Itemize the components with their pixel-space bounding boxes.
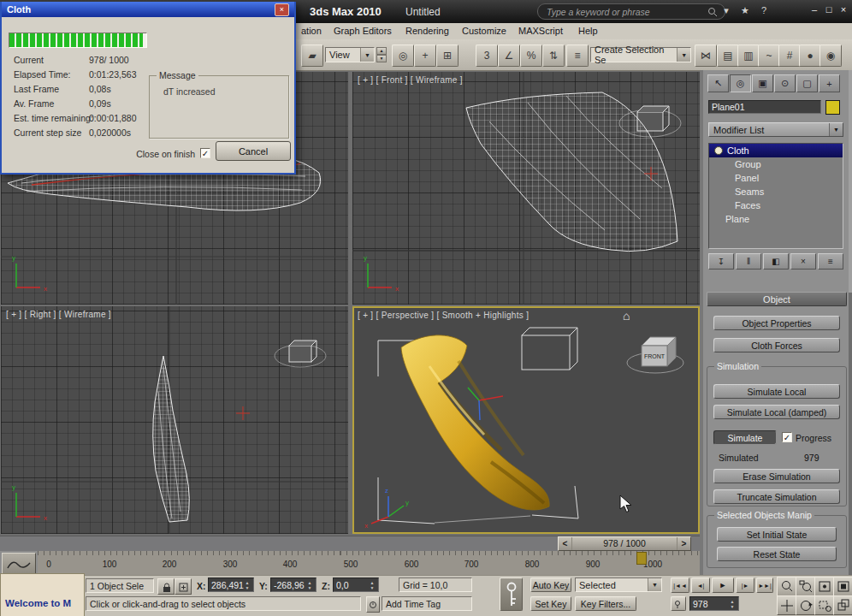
percent-snap-icon[interactable]: % [520,44,542,67]
search-input[interactable] [545,6,707,18]
stack-item-plane[interactable]: Plane [709,212,843,226]
menu-customize[interactable]: Customize [462,26,506,36]
make-unique-button[interactable]: ◧ [763,253,789,270]
zoom-extents-button[interactable] [814,577,834,596]
add-time-tag-field[interactable]: Add Time Tag [382,596,472,611]
key-mode-toggle[interactable] [671,596,686,611]
tab-display[interactable]: ▢ [796,74,818,92]
search-dropdown-icon[interactable]: ▾ [719,5,734,16]
render-setup-icon[interactable]: ◉ [819,44,842,67]
tab-create[interactable]: ↖ [707,74,729,92]
object-color-swatch[interactable] [825,100,840,115]
search-icon[interactable] [707,7,718,17]
play-button[interactable]: ► [712,578,734,593]
coordinate-spinner[interactable]: ▲ ▼ [376,47,387,62]
chevron-down-icon[interactable]: ▼ [829,123,843,136]
set-keys-button[interactable] [500,578,523,611]
auto-key-button[interactable]: Auto Key [530,578,571,592]
x-coordinate-field[interactable]: 286,491 ▲▼ [208,578,254,592]
material-editor-icon[interactable]: ● [799,44,821,67]
select-and-scale-icon[interactable]: ▰ [301,44,323,67]
progress-checkbox[interactable]: ✓ [782,432,792,442]
stack-item-faces[interactable]: Faces [709,198,843,212]
modifier-list-dropdown[interactable]: Modifier List ▼ [708,122,843,137]
next-frame-arrow[interactable]: > [677,537,690,550]
tab-modify[interactable]: ◎ [730,74,751,92]
align-icon[interactable]: ▤ [717,44,739,67]
track-bar[interactable]: 0 100 200 300 400 500 600 700 800 900 10… [0,551,700,576]
close-on-finish-checkbox[interactable]: ✓ [200,148,210,158]
configure-modifier-sets-button[interactable]: ≡ [818,253,843,270]
tab-utilities[interactable]: + [819,74,840,92]
mini-curve-editor-button[interactable] [2,553,36,574]
previous-frame-button[interactable]: ◄| [691,578,710,593]
previous-frame-arrow[interactable]: < [559,537,572,550]
spinner-down-icon[interactable]: ▼ [376,55,387,62]
next-frame-button[interactable]: |► [736,578,754,593]
chevron-down-icon[interactable]: ▼ [648,578,661,591]
keyboard-override-icon[interactable]: ⊞ [436,44,459,67]
menu-graph-editors[interactable]: Graph Editors [334,26,392,36]
curve-editor-icon[interactable]: ~ [758,44,780,67]
simulate-local-button[interactable]: Simulate Local [713,384,840,399]
chevron-down-icon[interactable]: ▼ [360,48,374,62]
object-properties-button[interactable]: Object Properties [713,316,840,330]
modifier-stack[interactable]: Cloth Group Panel Seams Faces Plane [708,143,843,249]
reference-coordinate-dropdown[interactable]: View ▼ [325,47,375,62]
favorites-star-icon[interactable]: ★ [737,5,753,16]
reset-state-button[interactable]: Reset State [717,547,837,561]
chevron-down-icon[interactable]: ▼ [677,48,690,62]
use-pivot-center-icon[interactable]: ◎ [392,44,414,67]
object-rollout-header[interactable]: Object [707,292,847,306]
orbit-button[interactable] [796,595,815,615]
stack-item-seams[interactable]: Seams [709,185,843,198]
show-end-result-button[interactable]: ‖ [736,253,761,270]
stack-item-group[interactable]: Group [709,157,843,171]
z-coordinate-field[interactable]: 0,0 ▲▼ [333,578,379,592]
menu-rendering[interactable]: Rendering [405,26,449,36]
angle-snap-icon[interactable]: ∠ [498,44,520,67]
object-name-field[interactable]: Plane01 [708,100,821,114]
edit-named-selection-icon[interactable]: ≡ [566,44,589,67]
viewport-right[interactable]: [ + ] [ Right ] [ Wireframe ] [1,306,348,534]
min-max-toggle-button[interactable] [833,595,852,615]
track-bar-ruler[interactable]: 0 100 200 300 400 500 600 700 800 900 10… [38,551,700,575]
spinner-up-icon[interactable]: ▲ [376,47,387,55]
spinner-snap-icon[interactable]: ⇅ [542,44,565,67]
simulate-button[interactable]: Simulate [713,430,777,445]
viewport-right-canvas[interactable]: x y [1,306,348,534]
maximize-button[interactable]: □ [822,4,836,16]
cancel-button[interactable]: Cancel [216,141,291,161]
set-key-button[interactable]: Set Key [530,596,571,611]
remove-modifier-button[interactable]: × [790,253,816,270]
go-to-end-button[interactable]: ►►| [756,578,773,593]
viewport-right-label[interactable]: [ + ] [ Right ] [ Wireframe ] [6,310,111,319]
schematic-view-icon[interactable]: # [778,44,801,67]
snaps-toggle-icon[interactable]: 3 [476,44,498,67]
erase-simulation-button[interactable]: Erase Simulation [713,469,840,483]
time-slider-track[interactable]: < 978 / 1000 > [0,536,700,552]
x-spinner[interactable]: ▲▼ [244,580,251,590]
modifier-enabled-bulb-icon[interactable] [714,146,723,155]
viewcube-home-icon[interactable]: ⌂ [623,309,630,323]
help-icon[interactable]: ? [756,5,772,15]
select-and-manipulate-icon[interactable]: + [414,44,436,67]
viewport-front-label[interactable]: [ + ] [ Front ] [ Wireframe ] [358,75,463,85]
pan-button[interactable] [777,595,796,615]
zoom-button[interactable] [777,577,796,596]
selection-lock-toggle[interactable] [157,578,175,595]
current-frame-marker[interactable] [636,552,647,565]
cloth-forces-button[interactable]: Cloth Forces [713,338,840,352]
close-button[interactable]: × [837,4,850,16]
infocenter-search[interactable] [537,3,725,20]
time-slider-handle[interactable]: < 978 / 1000 > [558,536,691,551]
stack-item-cloth[interactable]: Cloth [709,144,843,157]
truncate-simulation-button[interactable]: Truncate Simulation [713,489,840,504]
simulate-local-damped-button[interactable]: Simulate Local (damped) [713,405,840,419]
tab-hierarchy[interactable]: ▣ [752,74,773,92]
panel-scrollbar[interactable] [849,70,852,575]
minimize-button[interactable]: – [808,4,821,16]
menu-help[interactable]: Help [578,26,598,36]
menu-maxscript[interactable]: MAXScript [518,26,563,36]
viewport-perspective[interactable]: [ + ] [ Perspective ] [ Smooth + Highlig… [352,306,700,534]
